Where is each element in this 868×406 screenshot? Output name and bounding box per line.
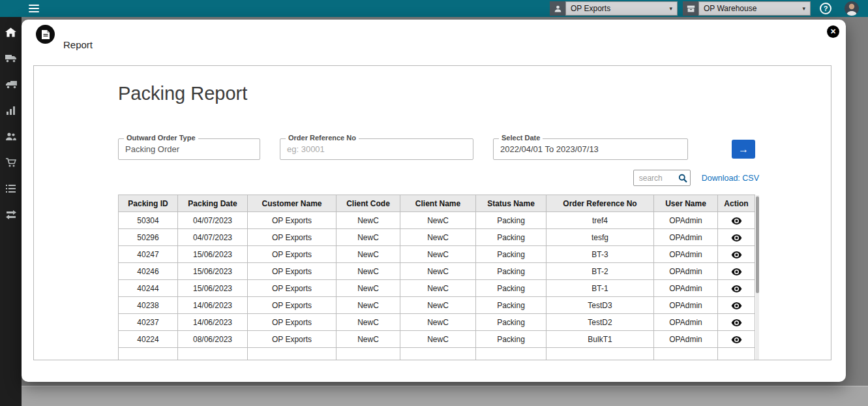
table-row: 5030404/07/2023OP ExportsNewCNewCPacking… [119,212,755,229]
customer-select-box[interactable]: OP Exports ▾ [565,1,678,16]
column-header: Status Name [476,195,546,212]
table-cell: OP Exports [248,331,337,348]
column-header: Packing Date [178,195,248,212]
table-cell: 40238 [119,297,178,314]
table-cell: TestD2 [546,314,654,331]
view-action-button[interactable] [718,246,755,263]
table-row: 5029604/07/2023OP ExportsNewCNewCPacking… [119,229,755,246]
outward-order-type-field[interactable]: Outward Order Type [118,138,260,160]
sidebar-item-transfer[interactable] [0,202,22,228]
table-cell: 50304 [119,212,178,229]
table-cell: 40237 [119,314,178,331]
table-cell: 15/06/2023 [178,246,248,263]
table-cell: 15/06/2023 [178,263,248,280]
sidebar-item-cart[interactable] [0,149,22,176]
table-scrollbar[interactable] [756,195,759,360]
report-table: Packing ID Packing Date Customer Name Cl… [118,195,759,360]
table-cell: Packing [476,212,546,229]
bar-chart-icon [6,106,16,115]
table-cell: 40244 [119,280,178,297]
view-action-button[interactable] [718,263,755,280]
search-box[interactable] [633,170,691,186]
users-icon [6,132,16,141]
report-modal: Report ✕ Packing Report Outward Order Ty… [22,20,846,382]
column-header: User Name [654,195,718,212]
view-action-button[interactable] [718,297,755,314]
order-reference-label: Order Reference No [286,134,359,142]
table-cell: NewC [337,314,400,331]
eye-icon [731,234,742,242]
table-row: 4023714/06/2023OP ExportsNewCNewCPacking… [119,314,755,331]
table-body: 5030404/07/2023OP ExportsNewCNewCPacking… [119,212,755,361]
table-cell: OPAdmin [654,263,718,280]
column-header: Customer Name [248,195,337,212]
sidebar-item-machine[interactable] [0,97,22,123]
select-date-field[interactable]: Select Date [493,138,688,160]
table-cell: 08/06/2023 [178,331,248,348]
table-cell [337,348,400,361]
outward-order-type-input[interactable] [119,139,260,159]
customer-select[interactable]: OP Exports ▾ [550,1,678,16]
search-icon[interactable] [678,174,687,185]
table-cell: Packing [476,331,546,348]
table-cell: NewC [400,263,476,280]
close-icon[interactable]: ✕ [827,25,839,38]
table-row: 4024615/06/2023OP ExportsNewCNewCPacking… [119,263,755,280]
view-action-button[interactable] [718,212,755,229]
order-reference-field[interactable]: Order Reference No [280,138,473,160]
report-content: Packing Report Outward Order Type Order … [118,83,759,360]
table-cell: OPAdmin [654,280,718,297]
filter-row: Outward Order Type Order Reference No Se… [118,138,759,160]
table-cell: OP Exports [248,263,337,280]
table-cell: NewC [400,280,476,297]
table-cell: Packing [476,229,546,246]
eye-icon [731,302,742,309]
table-cell [476,348,546,361]
warehouse-select[interactable]: OP Warehouse ▾ [683,1,811,16]
table-cell: OP Exports [248,246,337,263]
order-reference-input[interactable] [280,139,473,159]
table-cell: NewC [400,297,476,314]
view-action-button[interactable] [718,280,755,297]
truck-icon [5,80,17,89]
download-csv-link[interactable]: Download: CSV [702,174,759,183]
menu-icon[interactable] [29,5,39,12]
sidebar-item-list[interactable] [0,176,22,202]
table-cell: NewC [400,331,476,348]
column-header: Client Name [400,195,476,212]
select-date-label: Select Date [499,134,543,142]
view-action-button[interactable] [718,331,755,348]
table-cell: 40247 [119,246,178,263]
view-action-button[interactable] [718,229,755,246]
table-cell [178,348,248,361]
scrollbar-thumb[interactable] [756,196,759,293]
home-icon [5,27,16,37]
table-cell: 14/06/2023 [178,314,248,331]
table-toolbar: Download: CSV [118,170,759,186]
select-date-input[interactable] [494,139,687,159]
table-cell: NewC [337,229,400,246]
help-icon[interactable]: ? [820,3,831,14]
table-cell: OP Exports [248,280,337,297]
sidebar-item-home[interactable] [0,19,22,45]
view-action-button[interactable] [718,314,755,331]
submit-button[interactable]: → [732,140,755,159]
user-icon [550,1,565,16]
table-cell: NewC [400,229,476,246]
table-cell: OPAdmin [654,212,718,229]
table-cell [654,348,718,361]
chevron-down-icon: ▾ [669,5,672,12]
sidebar-item-inbound[interactable] [0,71,22,97]
eye-icon [731,336,742,343]
warehouse-select-box[interactable]: OP Warehouse ▾ [698,1,811,16]
table-cell: OP Exports [248,297,337,314]
avatar[interactable] [845,1,859,16]
table-cell: NewC [337,246,400,263]
sidebar-item-customers[interactable] [0,123,22,149]
table-cell: 50296 [119,229,178,246]
page-footer [22,386,868,406]
table-cell: 14/06/2023 [178,297,248,314]
sidebar-item-outbound[interactable] [0,45,22,71]
table-cell [119,348,178,361]
sidebar [0,17,22,406]
